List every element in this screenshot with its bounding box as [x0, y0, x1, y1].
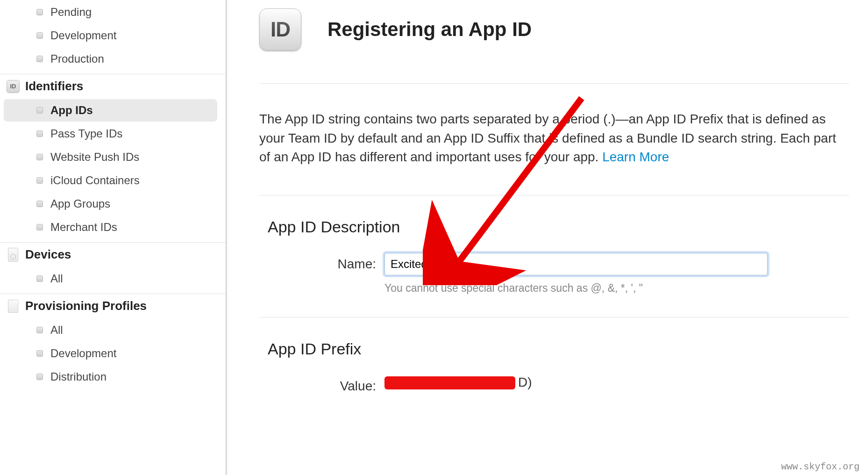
bullet-icon [36, 130, 43, 137]
sidebar-item-label: App Groups [50, 197, 110, 210]
sidebar-item-label: iCloud Containers [50, 174, 140, 187]
sidebar-header-devices[interactable]: Devices [0, 242, 226, 266]
sidebar-item-icloud-containers[interactable]: iCloud Containers [4, 169, 217, 192]
bullet-icon [36, 9, 43, 15]
id-icon: ID [7, 80, 20, 93]
app-id-prefix-section: App ID Prefix Value: D) [259, 317, 849, 394]
device-icon [7, 248, 20, 261]
sidebar-item-website-push-ids[interactable]: Website Push IDs [4, 146, 217, 168]
sidebar-header-label: Devices [25, 247, 71, 262]
sidebar-item-app-groups[interactable]: App Groups [4, 193, 217, 215]
learn-more-link[interactable]: Learn More [602, 150, 669, 164]
bullet-icon [36, 201, 43, 207]
sidebar-item-label: Development [50, 347, 116, 360]
sidebar-item-label: Pass Type IDs [50, 127, 122, 140]
bullet-icon [36, 275, 43, 282]
bullet-icon [36, 327, 43, 333]
sidebar-item-pass-type-ids[interactable]: Pass Type IDs [4, 122, 217, 145]
sidebar-header-provisioning-profiles[interactable]: Provisioning Profiles [0, 294, 226, 318]
app-id-description-section: App ID Description Name: You cannot use … [259, 195, 849, 317]
bullet-icon [36, 154, 43, 160]
sidebar-item-cert-development[interactable]: Development [4, 24, 217, 47]
sidebar-item-merchant-ids[interactable]: Merchant IDs [4, 216, 217, 238]
intro-paragraph: The App ID string contains two parts sep… [259, 84, 849, 195]
sidebar-item-label: All [50, 272, 63, 285]
sidebar-item-production[interactable]: Production [4, 48, 217, 70]
bullet-icon [36, 374, 43, 380]
sidebar-item-profiles-all[interactable]: All [4, 319, 217, 341]
document-icon [7, 300, 20, 313]
redacted-team-id [384, 376, 515, 389]
sidebar-item-label: App IDs [50, 104, 93, 117]
value-trail-text: D) [518, 375, 532, 389]
bullet-icon [36, 350, 43, 357]
app-id-name-input[interactable] [384, 253, 768, 275]
sidebar-item-label: Development [50, 29, 116, 42]
sidebar-item-label: Production [50, 52, 104, 65]
name-row: Name: You cannot use special characters … [268, 253, 849, 295]
sidebar-item-label: Pending [50, 6, 92, 19]
page-header: ID Registering an App ID [259, 0, 849, 84]
name-hint: You cannot use special characters such a… [384, 282, 768, 295]
sidebar-item-devices-all[interactable]: All [4, 267, 217, 290]
app-id-icon: ID [259, 8, 301, 50]
bullet-icon [36, 107, 43, 114]
value-label: Value: [268, 375, 384, 394]
sidebar-item-app-ids[interactable]: App IDs [4, 99, 217, 122]
sidebar-item-label: Distribution [50, 370, 107, 383]
bullet-icon [36, 56, 43, 62]
sidebar-header-label: Identifiers [25, 79, 83, 94]
sidebar-item-label: Merchant IDs [50, 221, 117, 234]
intro-text: The App ID string contains two parts sep… [259, 112, 836, 164]
prefix-value: D) [384, 375, 768, 390]
bullet-icon [36, 224, 43, 230]
bullet-icon [36, 32, 43, 39]
sidebar-item-label: All [50, 324, 63, 337]
watermark: www.skyfox.org [781, 461, 860, 472]
sidebar-item-pending[interactable]: Pending [4, 1, 217, 23]
main-content: ID Registering an App ID The App ID stri… [227, 0, 868, 475]
section-heading: App ID Description [268, 218, 849, 236]
sidebar-item-profiles-distribution[interactable]: Distribution [4, 366, 217, 388]
bullet-icon [36, 177, 43, 184]
sidebar-header-label: Provisioning Profiles [25, 299, 147, 313]
page-title: Registering an App ID [327, 18, 532, 41]
section-heading: App ID Prefix [268, 340, 849, 358]
sidebar-item-label: Website Push IDs [50, 151, 139, 164]
sidebar: Pending Development Production ID Identi… [0, 0, 227, 475]
sidebar-item-profiles-development[interactable]: Development [4, 342, 217, 365]
sidebar-header-identifiers[interactable]: ID Identifiers [0, 74, 226, 98]
value-row: Value: D) [268, 375, 849, 394]
name-label: Name: [268, 253, 384, 272]
